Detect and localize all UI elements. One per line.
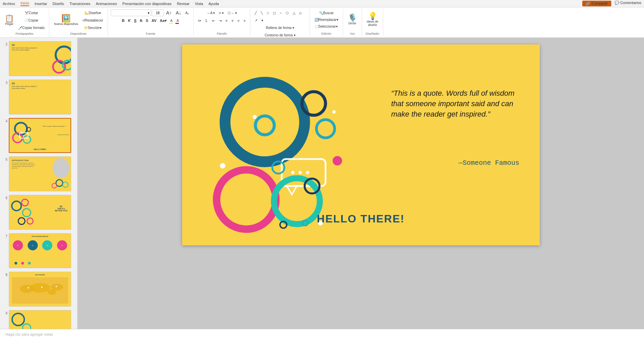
svg-point-30 bbox=[255, 116, 274, 135]
edicion-label: Edición bbox=[321, 31, 332, 35]
menu-animaciones[interactable]: Animaciones bbox=[96, 2, 117, 6]
menu-presentacion[interactable]: Presentación con diapositivas bbox=[122, 2, 172, 6]
thumb-5-text: Here is the sweet answer to the four and… bbox=[12, 162, 35, 169]
slide-thumb-8[interactable]: 8 OUR CENTERS bbox=[1, 271, 76, 307]
dictate-button[interactable]: 🎙️ Dictar bbox=[346, 9, 359, 30]
paste-button[interactable]: 📋 Pegar bbox=[3, 10, 16, 30]
menu-ayuda[interactable]: Ayuda bbox=[208, 2, 219, 6]
shape-3[interactable]: □ bbox=[265, 9, 271, 16]
fuente-label: Fuente bbox=[146, 31, 155, 35]
shape-5[interactable]: ○ bbox=[278, 9, 283, 16]
text-direction-button[interactable]: ↔A ▾ bbox=[205, 9, 217, 16]
slide-2-thumbnail[interactable]: 02 How many hours did you spend in front… bbox=[9, 41, 71, 76]
align-right-button[interactable]: ≡ bbox=[236, 17, 241, 24]
shape-arrow[interactable]: ↗ bbox=[253, 17, 259, 24]
align-left-button[interactable]: ≡ bbox=[224, 17, 229, 24]
slide-thumb-6[interactable]: 6 01 THIS IS ASECTION TITLE bbox=[1, 194, 76, 231]
change-case-button[interactable]: Aa▾ bbox=[159, 18, 168, 23]
copy-format-button[interactable]: 🖌️ Copiar formato bbox=[17, 24, 46, 31]
thumb-2-text: How many hours did you spend in front of… bbox=[12, 47, 39, 51]
search-button[interactable]: 🔍 Buscar bbox=[317, 9, 335, 16]
menu-diseno[interactable]: Diseño bbox=[53, 2, 64, 6]
layout-button[interactable]: 📐 Diseño ▾ bbox=[81, 9, 105, 16]
ribbon: 📋 Pegar ✂️ Cortar 📄 Copiar 🖌️ Copiar for… bbox=[0, 7, 644, 38]
section-button[interactable]: 📁 Sección ▾ bbox=[81, 24, 105, 31]
highlight-button[interactable]: A bbox=[169, 17, 174, 24]
shape-8[interactable]: ▷ bbox=[298, 9, 304, 16]
font-size-decrease[interactable]: A↓ bbox=[174, 9, 183, 16]
menu-archivo[interactable]: Archivo bbox=[3, 2, 15, 6]
menu-transiciones[interactable]: Transiciones bbox=[69, 2, 90, 6]
design-ideas-icon: 💡 bbox=[368, 12, 377, 20]
menu-insertar[interactable]: Insertar bbox=[34, 2, 47, 6]
convert-smartart-button[interactable]: ⬡→ ▾ bbox=[226, 9, 239, 16]
notes-area[interactable]: Haga clic para agregar notas bbox=[0, 329, 644, 337]
svg-point-26 bbox=[56, 286, 57, 287]
shape-6[interactable]: ⬡ bbox=[284, 9, 290, 16]
slide-6-thumbnail[interactable]: 01 THIS IS ASECTION TITLE bbox=[9, 195, 71, 230]
slide-3-thumbnail[interactable]: 03 How many hours did you begin to focus… bbox=[9, 80, 71, 115]
shadow-button[interactable]: S bbox=[144, 18, 149, 23]
svg-point-21 bbox=[30, 283, 50, 293]
slide-4-thumbnail[interactable]: "This is a quote. Words full of wisdom..… bbox=[9, 118, 71, 153]
slide-7-thumbnail[interactable]: OUR TEACHING METHOD 01 02 03 04 bbox=[9, 233, 71, 268]
dibujo-shapes-row: ╱ ╲ □ ◻ ○ ⬡ △ ▷ ↗ ▾ bbox=[253, 9, 307, 24]
slide-thumb-4[interactable]: 4 "This is a quote. Words full of wisdom… bbox=[1, 117, 76, 154]
svg-point-8 bbox=[56, 180, 63, 186]
font-spacing-button[interactable]: AV bbox=[150, 18, 158, 23]
comments-button[interactable]: 💬 Comentarios bbox=[615, 1, 641, 6]
font-size-input[interactable]: 18 bbox=[152, 9, 164, 16]
slide-thumb-5[interactable]: 5 INTRODUCTION Here is the sweet answer … bbox=[1, 156, 76, 192]
menu-vista[interactable]: Vista bbox=[195, 2, 203, 6]
slide-panel[interactable]: 2 02 How many hours did you spend in fro… bbox=[0, 38, 78, 329]
share-button[interactable]: 🔗 Compartir bbox=[582, 1, 611, 6]
menu-inicio[interactable]: Inicio bbox=[21, 1, 29, 6]
thumb-2-circles bbox=[40, 41, 71, 76]
slide-5-thumbnail[interactable]: INTRODUCTION Here is the sweet answer to… bbox=[9, 156, 71, 191]
bullets-button[interactable]: ≡• bbox=[196, 17, 203, 24]
menu-revisar[interactable]: Revisar bbox=[177, 2, 189, 6]
slide-9-thumbnail[interactable] bbox=[9, 310, 71, 329]
font-color-button[interactable]: A bbox=[175, 17, 180, 24]
increase-indent-button[interactable]: ⇥ bbox=[217, 17, 223, 24]
slide-thumb-9[interactable]: 9 bbox=[1, 309, 76, 329]
shape-1[interactable]: ╱ bbox=[253, 9, 258, 16]
align-center-button[interactable]: ≡ bbox=[230, 17, 235, 24]
ribbon-group-fuente: ▾ 18 A↑ A↓ Aᵪ B K S S S AV Aa▾ A A Fuent… bbox=[108, 9, 194, 36]
font-name-dropdown[interactable]: ▾ bbox=[111, 9, 151, 16]
shape-2[interactable]: ╲ bbox=[259, 9, 264, 16]
header-right-actions: 🔗 Compartir 💬 Comentarios bbox=[582, 1, 641, 6]
new-slide-button[interactable]: 🖼️ Nueva diapositiva bbox=[52, 10, 80, 30]
slide-thumb-2[interactable]: 2 02 How many hours did you spend in fro… bbox=[1, 40, 76, 77]
shape-7[interactable]: △ bbox=[291, 9, 297, 16]
align-text-button[interactable]: ≡ ▾ bbox=[217, 9, 225, 16]
slide-thumb-7[interactable]: 7 OUR TEACHING METHOD 01 02 03 04 bbox=[1, 233, 76, 269]
justify-button[interactable]: ≡ bbox=[242, 17, 247, 24]
clear-format-button[interactable]: Aᵪ bbox=[184, 9, 191, 16]
font-size-increase[interactable]: A↑ bbox=[165, 9, 173, 16]
underline-button[interactable]: S bbox=[133, 18, 138, 23]
slide-thumb-3[interactable]: 3 03 How many hours did you begin to foc… bbox=[1, 79, 76, 115]
svg-point-29 bbox=[225, 82, 305, 162]
outline-color-button[interactable]: Contorno de forma ▾ bbox=[263, 32, 297, 38]
italic-button[interactable]: K bbox=[127, 18, 132, 23]
select-button[interactable]: ⬚ Seleccionar ▾ bbox=[313, 23, 339, 30]
slide-num-6: 6 bbox=[2, 196, 7, 200]
copy-button[interactable]: 📄 Copiar bbox=[17, 17, 46, 24]
decrease-indent-button[interactable]: ⇤ bbox=[211, 17, 217, 24]
svg-point-34 bbox=[332, 110, 336, 114]
more-shapes[interactable]: ▾ bbox=[260, 17, 265, 24]
parrafo-row2: ≡• 1. ⇤ ⇥ ≡ ≡ ≡ ≡ bbox=[196, 17, 247, 24]
reset-button[interactable]: ↺ Restablecer bbox=[81, 17, 105, 24]
shape-4[interactable]: ◻ bbox=[271, 9, 277, 16]
slide-8-thumbnail[interactable]: OUR CENTERS bbox=[9, 272, 71, 307]
design-ideas-button[interactable]: 💡 Ideas dediseño bbox=[365, 9, 381, 30]
cut-button[interactable]: ✂️ Cortar bbox=[17, 9, 46, 16]
main-slide-canvas[interactable]: “This is a quote. Words full of wisdom t… bbox=[182, 44, 540, 245]
replace-button[interactable]: 🔄 Reemplazar ▾ bbox=[313, 16, 340, 23]
numbering-button[interactable]: 1. bbox=[203, 17, 209, 24]
diapositivas-row: 🖼️ Nueva diapositiva 📐 Diseño ▾ ↺ Restab… bbox=[52, 9, 105, 31]
bold-button[interactable]: B bbox=[120, 18, 126, 23]
fill-color-button[interactable]: Relleno de forma ▾ bbox=[263, 24, 297, 31]
strikethrough-button[interactable]: S bbox=[139, 18, 144, 23]
